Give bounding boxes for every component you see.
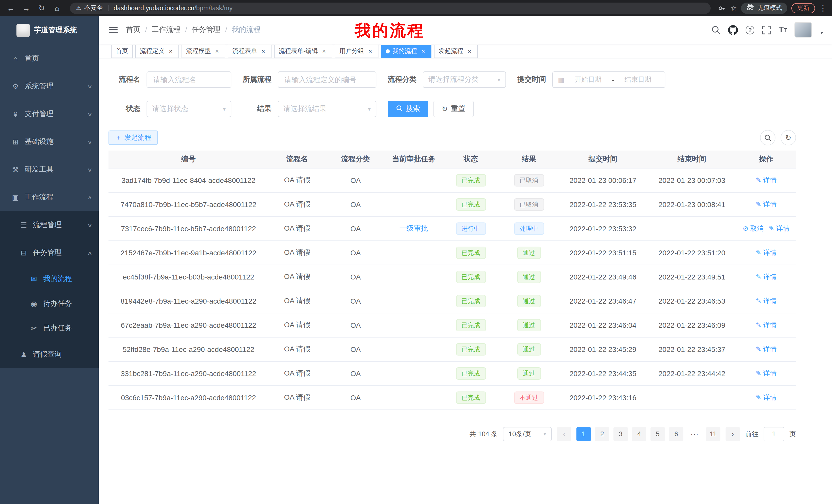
table-row[interactable]: 67c2eaab-7b9a-11ec-a290-acde48001122 OA … xyxy=(108,313,796,337)
detail-link[interactable]: ✎ 详情 xyxy=(756,393,777,401)
detail-link[interactable]: ✎ 详情 xyxy=(756,345,777,353)
menu-label: 我的流程 xyxy=(43,274,72,284)
tab-用户分组[interactable]: 用户分组 × xyxy=(335,45,379,58)
detail-link[interactable]: ✎ 详情 xyxy=(756,176,777,184)
close-icon[interactable]: × xyxy=(213,48,220,55)
table-row[interactable]: 2152467e-7b9b-11ec-9a1b-acde48001122 OA … xyxy=(108,241,796,264)
tab-流程定义[interactable]: 流程定义 × xyxy=(135,45,179,58)
address-bar[interactable]: ⚠ 不安全 dashboard.yudao.iocoder.cn/bpm/tas… xyxy=(70,2,711,13)
logo-image xyxy=(17,24,30,37)
font-size-icon[interactable]: TT xyxy=(779,25,787,34)
sidebar-item-leave-query[interactable]: ♟ 请假查询 xyxy=(0,341,99,368)
close-icon[interactable]: × xyxy=(420,48,427,55)
table-row[interactable]: ec45f38f-7b9a-11ec-b03b-acde48001122 OA … xyxy=(108,264,796,289)
tab-发起流程[interactable]: 发起流程 × xyxy=(434,45,478,58)
date-separator: - xyxy=(612,76,614,83)
github-icon[interactable] xyxy=(728,25,738,35)
submit-time-range-picker[interactable]: ▦ 开始日期 - 结束日期 xyxy=(552,72,666,88)
page-size-select[interactable]: 10条/页 ▾ xyxy=(503,427,552,441)
sidebar-item-task-management[interactable]: ⊟ 任务管理 ∧ xyxy=(0,239,99,267)
sidebar-item-process-management[interactable]: ☰ 流程管理 ∨ xyxy=(0,211,99,239)
search-button[interactable]: 搜索 xyxy=(388,101,428,117)
close-icon[interactable]: × xyxy=(167,48,174,55)
pager-page-1[interactable]: 1 xyxy=(576,427,591,441)
pager-page-5[interactable]: 5 xyxy=(650,427,665,441)
reset-button[interactable]: ↻ 重置 xyxy=(434,101,473,117)
browser-forward-icon[interactable]: → xyxy=(21,2,32,13)
refresh-table-button[interactable]: ↻ xyxy=(781,130,796,145)
pager-page-11[interactable]: 11 xyxy=(706,427,721,441)
pager-page-4[interactable]: 4 xyxy=(632,427,646,441)
sidebar-item-todo-task[interactable]: ◉ 待办任务 xyxy=(0,291,99,316)
goto-page-input[interactable] xyxy=(763,427,784,441)
pagination-prev-button[interactable]: ‹ xyxy=(557,427,571,441)
hamburger-icon[interactable] xyxy=(109,27,118,33)
sidebar-item-my-process[interactable]: ✉ 我的流程 xyxy=(0,267,99,291)
tab-label: 流程表单-编辑 xyxy=(279,47,318,55)
detail-link[interactable]: ✎ 详情 xyxy=(769,224,789,232)
password-key-icon[interactable] xyxy=(718,4,726,12)
table-row[interactable]: 7470a810-7b9b-11ec-b5b7-acde48001122 OA … xyxy=(108,192,796,216)
detail-link[interactable]: ✎ 详情 xyxy=(756,200,777,208)
table-row[interactable]: 03c6c157-7b9a-11ec-a290-acde48001122 OA … xyxy=(108,385,796,410)
browser-back-icon[interactable]: ← xyxy=(5,2,17,13)
current-task-link[interactable]: 一级审批 xyxy=(399,224,428,232)
table-row[interactable]: 52ffd28e-7b9a-11ec-a290-acde48001122 OA … xyxy=(108,337,796,361)
tab-我的流程[interactable]: 我的流程 × xyxy=(381,45,432,58)
tab-流程模型[interactable]: 流程模型 × xyxy=(182,45,225,58)
breadcrumb-item-2[interactable]: 工作流程 xyxy=(152,25,181,34)
caret-down-icon[interactable]: ▼ xyxy=(820,31,824,35)
pagination-next-button[interactable]: › xyxy=(726,427,740,441)
table-row[interactable]: 331bc281-7b9a-11ec-a290-acde48001122 OA … xyxy=(108,361,796,385)
detail-link[interactable]: ✎ 详情 xyxy=(756,321,777,329)
table-row[interactable]: 3ad174fb-7b9d-11ec-8404-acde48001122 OA … xyxy=(108,168,796,192)
tab-流程表单[interactable]: 流程表单 × xyxy=(228,45,271,58)
close-icon[interactable]: × xyxy=(466,48,473,55)
fullscreen-icon[interactable] xyxy=(762,25,771,34)
search-icon[interactable] xyxy=(711,25,721,34)
pager-page-3[interactable]: 3 xyxy=(614,427,628,441)
table-row[interactable]: 7317cec6-7b9b-11ec-b5b7-acde48001122 OA … xyxy=(108,216,796,241)
close-icon[interactable]: × xyxy=(367,48,374,55)
sidebar-item-home[interactable]: ⌂ 首页 xyxy=(0,45,99,73)
sidebar-item-infrastructure[interactable]: ⊞ 基础设施 ∨ xyxy=(0,128,99,156)
breadcrumb-item-3[interactable]: 任务管理 xyxy=(192,25,220,34)
browser-home-icon[interactable]: ⌂ xyxy=(51,2,63,13)
toggle-search-button[interactable] xyxy=(760,130,775,145)
cancel-link[interactable]: ⊘ 取消 xyxy=(743,224,763,232)
bookmark-star-icon[interactable]: ☆ xyxy=(730,4,737,12)
detail-link[interactable]: ✎ 详情 xyxy=(756,297,777,304)
gear-icon: ⚙ xyxy=(10,82,21,90)
breadcrumb-item-1[interactable]: 首页 xyxy=(126,25,140,34)
close-icon[interactable]: × xyxy=(320,48,328,55)
table-row[interactable]: 819442e8-7b9a-11ec-a290-acde48001122 OA … xyxy=(108,289,796,313)
result-select[interactable]: 请选择流结果 ▾ xyxy=(278,101,376,117)
tab-首页[interactable]: 首页 xyxy=(111,45,133,58)
tab-流程表单-编辑[interactable]: 流程表单-编辑 × xyxy=(274,45,332,58)
pager-page-6[interactable]: 6 xyxy=(669,427,683,441)
pager-page-2[interactable]: 2 xyxy=(595,427,609,441)
sidebar-item-done-task[interactable]: ✂ 已办任务 xyxy=(0,316,99,341)
help-icon[interactable]: ? xyxy=(746,25,754,34)
update-button[interactable]: 更新 xyxy=(791,3,815,13)
detail-link[interactable]: ✎ 详情 xyxy=(756,273,777,280)
status-select[interactable]: 请选择状态 ▾ xyxy=(147,101,231,117)
sidebar-item-workflow[interactable]: ▣ 工作流程 ∧ xyxy=(0,184,99,211)
process-name-input[interactable] xyxy=(147,72,231,88)
logo[interactable]: 芋道管理系统 xyxy=(0,16,99,45)
search-icon xyxy=(396,105,402,113)
browser-reload-icon[interactable]: ↻ xyxy=(36,2,47,13)
category-select[interactable]: 请选择流程分类 ▾ xyxy=(423,72,506,88)
process-definition-input[interactable] xyxy=(278,72,376,88)
pager-ellipsis[interactable]: ··· xyxy=(687,427,702,441)
user-avatar[interactable] xyxy=(795,22,812,37)
browser-menu-icon[interactable]: ⋮ xyxy=(819,3,827,12)
detail-link[interactable]: ✎ 详情 xyxy=(756,248,777,256)
sidebar-item-devtools[interactable]: ⚒ 研发工具 ∨ xyxy=(0,156,99,184)
detail-link[interactable]: ✎ 详情 xyxy=(756,369,777,377)
sidebar-item-payment[interactable]: ¥ 支付管理 ∨ xyxy=(0,100,99,128)
security-chip[interactable]: 不安全 xyxy=(84,4,103,12)
start-process-button[interactable]: ＋ 发起流程 xyxy=(108,131,158,145)
sidebar-item-system[interactable]: ⚙ 系统管理 ∨ xyxy=(0,73,99,100)
close-icon[interactable]: × xyxy=(260,48,267,55)
